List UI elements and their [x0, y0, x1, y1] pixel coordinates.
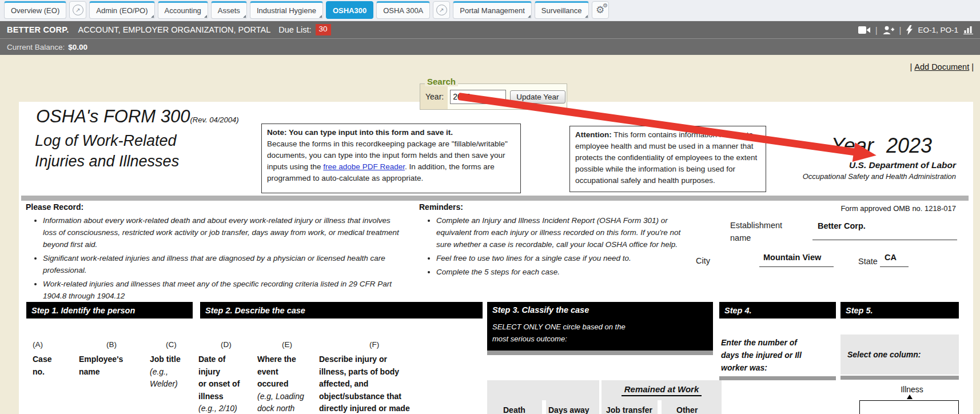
- remained-at-work-heading: Remained at Work: [601, 384, 722, 396]
- establishment-name-label: Establishment name: [730, 219, 782, 244]
- main-tab-bar: Overview (EO) ↗ Admin (EO/PO) Accounting…: [0, 0, 980, 21]
- section-divider-bar: [21, 196, 969, 201]
- city-field[interactable]: Mountain View: [763, 253, 821, 262]
- form-year-value: 2023: [886, 134, 932, 157]
- step3-header-box: Step 3. Classify the case SELECT ONLY ON…: [487, 302, 713, 351]
- due-list-count-badge[interactable]: 30: [316, 24, 331, 35]
- establishment-name-field[interactable]: Better Corp.: [818, 221, 866, 230]
- reminders-heading: Reminders:: [419, 202, 689, 212]
- column-gap: [542, 400, 546, 414]
- osha300a-external-link-button[interactable]: ↗: [433, 1, 450, 19]
- entity-id-text: EO-1, PO-1: [918, 26, 958, 34]
- overview-external-link-button[interactable]: ↗: [69, 1, 86, 19]
- state-underline: [880, 266, 909, 267]
- reminders-section: Reminders: Complete an Injury and Illnes…: [419, 202, 689, 280]
- tab-label: OSHA 300A: [383, 6, 423, 15]
- add-person-icon[interactable]: [883, 26, 894, 34]
- please-record-section: Please Record: Information about every w…: [26, 202, 404, 304]
- column-letter-f: (F): [369, 340, 379, 349]
- column-gap: [658, 400, 662, 414]
- form-title: OSHA's FORM 300(Rev. 04/2004): [36, 106, 239, 127]
- state-label: State: [858, 257, 878, 266]
- tab-label: Portal Management: [460, 6, 524, 15]
- list-item: Feel free to use two lines for a single …: [436, 252, 689, 264]
- tab-osha300-active[interactable]: OSHA300: [326, 1, 373, 19]
- establishment-name-underline: [812, 240, 957, 240]
- search-panel-legend: Search: [425, 77, 458, 86]
- tab-label: OSHA300: [333, 6, 366, 15]
- tab-osha-300a[interactable]: OSHA 300A: [376, 1, 430, 19]
- column-date-of-injury: Date ofinjuryor onset ofillness(e.g., 2/…: [198, 353, 240, 414]
- classify-death-label: Death: [503, 405, 525, 414]
- column-case-no: Caseno.: [33, 353, 51, 378]
- gear-icon: ⚙⚙: [596, 5, 604, 15]
- column-letter-a: (A): [33, 340, 43, 349]
- classify-job-transfer-label: Job transfer: [606, 405, 652, 414]
- list-item: Complete the 5 steps for each case.: [436, 266, 689, 278]
- external-link-icon: ↗: [436, 5, 447, 15]
- state-field[interactable]: CA: [885, 253, 897, 262]
- column-employee-name: Employee'sname: [79, 353, 123, 378]
- osha300-portal-page: Overview (EO) ↗ Admin (EO/PO) Accounting…: [0, 0, 980, 414]
- bar-chart-icon[interactable]: [963, 26, 973, 34]
- osha-administration-text: Occupational Safety and Health Administr…: [716, 172, 956, 181]
- tab-label: Surveillance: [541, 6, 582, 15]
- form-subtitle: Log of Work-Related Injuries and Illness…: [35, 130, 179, 172]
- classify-days-away-label: Days away: [548, 405, 589, 414]
- list-item: Complete an Injury and Illness Incident …: [436, 214, 689, 250]
- tab-label: Accounting: [165, 6, 201, 15]
- due-list-label: Due List:: [278, 25, 311, 34]
- column-letter-c: (C): [166, 340, 177, 349]
- step3-instruction: SELECT ONLY ONE circle based on the most…: [492, 321, 713, 345]
- illness-column-box: [859, 400, 959, 414]
- tab-overview-eo[interactable]: Overview (EO): [4, 1, 66, 19]
- reminders-list: Complete an Injury and Illness Incident …: [419, 214, 689, 278]
- settings-button[interactable]: ⚙⚙: [592, 1, 609, 19]
- department-of-labor-text: U.S. Department of Labor: [716, 160, 956, 170]
- list-item: Work-related injuries and illnesses that…: [43, 278, 404, 302]
- step4-gray-band: [719, 376, 836, 380]
- video-camera-icon[interactable]: [858, 26, 870, 34]
- company-name: BETTER CORP.: [7, 25, 69, 34]
- tab-assets[interactable]: Assets: [211, 1, 247, 19]
- add-document-link[interactable]: Add Document: [914, 62, 969, 71]
- year-field-label: Year:: [420, 84, 448, 109]
- step4-instruction: Enter the number of days the injured or …: [721, 336, 838, 374]
- tab-portal-management[interactable]: Portal Management: [453, 1, 531, 19]
- column-job-title: Job title(e.g.,Welder): [150, 353, 181, 391]
- omb-approval-text: Form approved OMB no. 1218-017: [840, 204, 956, 213]
- balance-label: Current Balance:: [7, 43, 65, 51]
- tab-label: Admin (EO/PO): [96, 6, 148, 15]
- note-box: Note: You can type input into this form …: [261, 124, 521, 193]
- organization-bar: BETTER CORP. ACCOUNT, EMPLOYER ORGANIZAT…: [0, 21, 980, 38]
- orgbar-toolbar: | | EO-1, PO-1: [858, 25, 973, 35]
- tab-label: Overview (EO): [11, 6, 59, 15]
- attention-lead: Attention:: [575, 130, 612, 139]
- balance-value: $0.00: [68, 43, 87, 51]
- step2-header: Step 2. Describe the case: [200, 302, 483, 319]
- lightning-bolt-icon[interactable]: [906, 25, 913, 35]
- tab-label: Industrial Hygiene: [257, 6, 316, 15]
- list-item: Information about every work-related dea…: [43, 214, 404, 250]
- column-describe-injury: Describe injury orillness, parts of body…: [319, 353, 410, 414]
- step5-instruction-box: Select one column:: [840, 335, 959, 375]
- toolbar-divider: |: [875, 25, 878, 35]
- step4-header: Step 4.: [719, 302, 836, 319]
- column-where-event: Where theeventoccured(e.g, Loadingdock n…: [257, 353, 304, 414]
- note-body: Because the forms in this recordkeeping …: [267, 138, 515, 184]
- form-revision: (Rev. 04/2004): [190, 116, 238, 124]
- balance-bar: Current Balance: $0.00: [0, 38, 980, 55]
- add-document-row: |Add Document|: [910, 62, 974, 71]
- tab-accounting[interactable]: Accounting: [158, 1, 208, 19]
- city-underline: [759, 266, 834, 267]
- tab-surveillance[interactable]: Surveillance: [535, 1, 589, 19]
- pipe-separator: |: [971, 62, 974, 71]
- illness-label: Illness: [878, 385, 946, 394]
- tab-admin-eo-po[interactable]: Admin (EO/PO): [89, 1, 154, 19]
- step3-gray-band: [487, 351, 713, 355]
- adobe-reader-link[interactable]: free adobe PDF Reader: [323, 162, 405, 171]
- pipe-separator: |: [910, 62, 913, 71]
- tab-industrial-hygiene[interactable]: Industrial Hygiene: [250, 1, 323, 19]
- please-record-list: Information about every work-related dea…: [26, 214, 404, 302]
- org-context: ACCOUNT, EMPLOYER ORGANIZATION, PORTAL: [78, 25, 270, 34]
